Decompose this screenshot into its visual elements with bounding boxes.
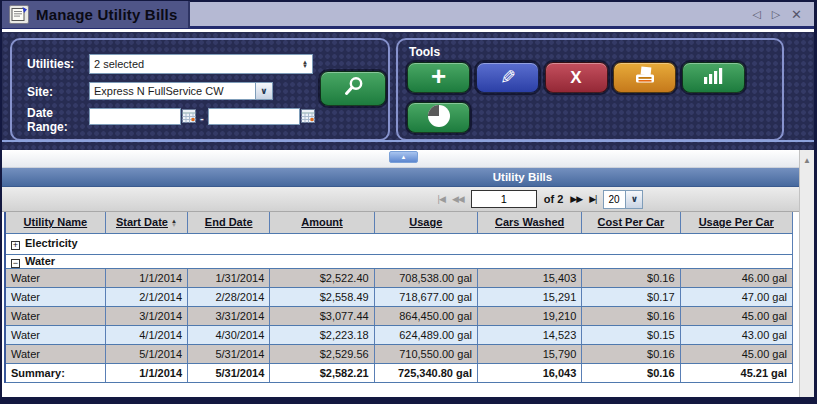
search-button[interactable] xyxy=(320,71,386,106)
cell-usage: 624,489.00 gal xyxy=(374,325,477,344)
cell-amount: $2,223.18 xyxy=(270,325,374,344)
site-value: Express N FullService CW xyxy=(94,85,224,97)
cell-amount: $2,522.40 xyxy=(270,268,374,287)
cell-usage-per-car: 45.00 gal xyxy=(680,344,792,363)
cell-cars-washed: 15,291 xyxy=(477,287,581,306)
cell-utility-name: Water xyxy=(5,268,105,287)
summary-amount: $2,582.21 xyxy=(270,363,374,382)
date-range-label-line1: Date xyxy=(27,106,53,120)
x-icon: X xyxy=(570,68,582,88)
col-header-end-date[interactable]: End Date xyxy=(188,212,270,233)
plus-icon: + xyxy=(431,65,446,87)
cell-start-date: 3/1/2014 xyxy=(105,306,187,325)
cell-usage: 718,677.00 gal xyxy=(374,287,477,306)
col-header-utility-name[interactable]: Utility Name xyxy=(5,212,105,233)
manage-utility-bills-window: Manage Utility Bills ◁ ▷ ✕ Utilities: 2 … xyxy=(0,0,817,404)
chevron-down-icon[interactable]: ∨ xyxy=(255,83,272,99)
summary-label: Summary: xyxy=(5,363,105,382)
date-from-input[interactable] xyxy=(89,108,181,125)
col-header-usage[interactable]: Usage xyxy=(374,212,477,233)
summary-row: Summary: 1/1/2014 5/31/2014 $2,582.21 72… xyxy=(5,363,793,382)
summary-usage: 725,340.80 gal xyxy=(374,363,477,382)
grid-titlebar: Utility Bills xyxy=(2,168,799,187)
cell-cars-washed: 15,790 xyxy=(477,344,581,363)
pie-chart-icon xyxy=(426,103,452,133)
vertical-scrollbar[interactable]: ▲ xyxy=(799,150,814,404)
cell-start-date: 2/1/2014 xyxy=(105,287,187,306)
collapse-minus-icon[interactable]: − xyxy=(11,259,20,268)
filter-panel: Utilities: 2 selected ▲▼ Site: Express N… xyxy=(10,38,390,141)
title-tab: Manage Utility Bills xyxy=(2,1,190,28)
chevron-down-icon: ∨ xyxy=(625,191,642,208)
col-header-cost-per-car[interactable]: Cost Per Car xyxy=(582,212,680,233)
forward-arrow-icon[interactable]: ▷ xyxy=(772,9,780,20)
col-header-usage-per-car[interactable]: Usage Per Car xyxy=(680,212,792,233)
cell-cost-per-car: $0.16 xyxy=(582,268,680,287)
pager-next-icon[interactable]: ▶▶ xyxy=(570,195,582,204)
titlebar: Manage Utility Bills ◁ ▷ ✕ xyxy=(2,2,814,29)
group-row-electricity[interactable]: +Electricity xyxy=(5,233,793,254)
header-row: Utility Name Start Date▲▼ End Date Amoun… xyxy=(5,212,793,233)
bar-chart-icon xyxy=(703,67,725,88)
tools-panel: Tools + ✎ X xyxy=(396,38,784,141)
cell-cost-per-car: $0.16 xyxy=(582,306,680,325)
pager-first-icon[interactable]: |◀ xyxy=(438,195,445,204)
tools-label: Tools xyxy=(409,45,440,59)
page-title: Manage Utility Bills xyxy=(36,6,178,23)
pager-last-icon[interactable]: ▶| xyxy=(589,195,596,204)
col-header-start-date[interactable]: Start Date▲▼ xyxy=(105,212,187,233)
cell-usage: 710,550.00 gal xyxy=(374,344,477,363)
collapse-panel-handle[interactable]: ▲ xyxy=(389,151,418,163)
table-row[interactable]: Water 2/1/2014 2/28/2014 $2,558.49 718,6… xyxy=(5,287,793,306)
page-size-select[interactable]: 20 ∨ xyxy=(603,190,643,209)
cell-start-date: 5/1/2014 xyxy=(105,344,187,363)
print-button[interactable] xyxy=(613,62,676,93)
site-label: Site: xyxy=(27,85,53,99)
cell-start-date: 4/1/2014 xyxy=(105,325,187,344)
site-select[interactable]: Express N FullService CW ∨ xyxy=(89,82,273,100)
spinner-updown-icon: ▲▼ xyxy=(302,60,308,68)
utility-bills-table: Utility Name Start Date▲▼ End Date Amoun… xyxy=(4,212,793,383)
table-row[interactable]: Water 3/1/2014 3/31/2014 $3,077.44 864,4… xyxy=(5,306,793,325)
summary-usage-per-car: 45.21 gal xyxy=(680,363,792,382)
cell-amount: $3,077.44 xyxy=(270,306,374,325)
grid-area: ▲ Utility Bills |◀ ◀◀ of 2 ▶▶ ▶| 20 ∨ xyxy=(2,150,814,404)
cell-usage-per-car: 45.00 gal xyxy=(680,306,792,325)
page-input[interactable] xyxy=(471,190,537,208)
cell-amount: $2,558.49 xyxy=(270,287,374,306)
pencil-icon: ✎ xyxy=(500,68,516,87)
page-size-value: 20 xyxy=(608,194,619,205)
table-row[interactable]: Water 5/1/2014 5/31/2014 $2,529.56 710,5… xyxy=(5,344,793,363)
utilities-multiselect[interactable]: 2 selected ▲▼ xyxy=(89,54,313,74)
pie-chart-button[interactable] xyxy=(407,102,470,133)
cell-start-date: 1/1/2014 xyxy=(105,268,187,287)
expand-plus-icon[interactable]: + xyxy=(11,241,20,250)
table-row[interactable]: Water 1/1/2014 1/31/2014 $2,522.40 708,5… xyxy=(5,268,793,287)
table-row[interactable]: Water 4/1/2014 4/30/2014 $2,223.18 624,4… xyxy=(5,325,793,344)
date-to-input[interactable] xyxy=(208,108,300,125)
pager-prev-icon[interactable]: ◀◀ xyxy=(452,195,464,204)
summary-end-date: 5/31/2014 xyxy=(188,363,270,382)
cell-cars-washed: 19,210 xyxy=(477,306,581,325)
cell-usage-per-car: 46.00 gal xyxy=(680,268,792,287)
add-button[interactable]: + xyxy=(407,62,470,93)
close-icon[interactable]: ✕ xyxy=(791,8,802,21)
cell-usage-per-car: 47.00 gal xyxy=(680,287,792,306)
summary-cars-washed: 16,043 xyxy=(477,363,581,382)
calendar-icon[interactable] xyxy=(301,109,315,123)
back-arrow-icon[interactable]: ◁ xyxy=(752,9,760,20)
group-row-water[interactable]: −Water xyxy=(5,254,793,268)
col-header-amount[interactable]: Amount xyxy=(270,212,374,233)
calendar-icon[interactable] xyxy=(182,109,196,123)
delete-button[interactable]: X xyxy=(545,62,608,93)
titlebar-controls: ◁ ▷ ✕ xyxy=(752,8,814,21)
scroll-up-icon[interactable]: ▲ xyxy=(800,156,814,165)
col-header-cars-washed[interactable]: Cars Washed xyxy=(477,212,581,233)
pager-bar: |◀ ◀◀ of 2 ▶▶ ▶| 20 ∨ xyxy=(2,187,799,212)
cell-amount: $2,529.56 xyxy=(270,344,374,363)
cell-end-date: 4/30/2014 xyxy=(188,325,270,344)
cell-utility-name: Water xyxy=(5,306,105,325)
bar-chart-button[interactable] xyxy=(682,62,745,93)
edit-button[interactable]: ✎ xyxy=(476,62,539,93)
group-label: Electricity xyxy=(25,237,78,249)
